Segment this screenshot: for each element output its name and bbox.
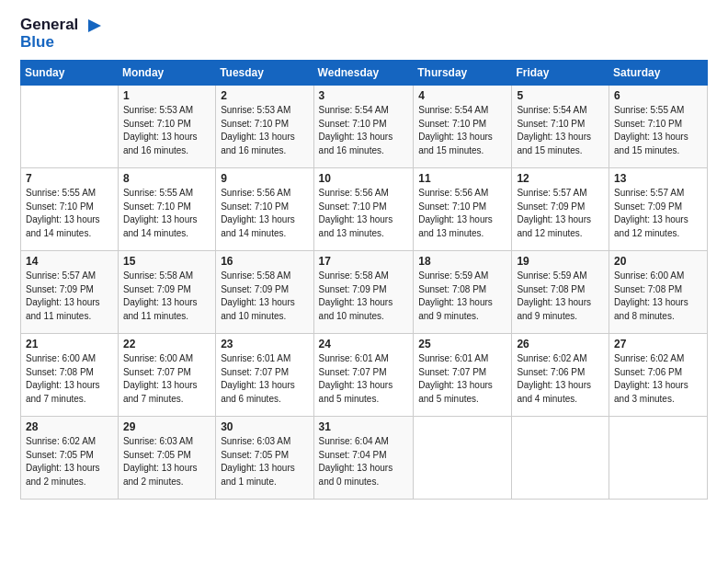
day-number: 26 — [517, 338, 604, 350]
day-number: 5 — [517, 89, 604, 102]
day-number: 28 — [26, 420, 113, 433]
day-info: Sunrise: 5:54 AMSunset: 7:10 PMDaylight:… — [418, 104, 506, 157]
day-number: 31 — [319, 420, 409, 433]
day-info: Sunrise: 5:58 AMSunset: 7:09 PMDaylight:… — [123, 270, 210, 323]
day-info: Sunrise: 5:59 AMSunset: 7:08 PMDaylight:… — [418, 270, 506, 323]
calendar-cell: 24Sunrise: 6:01 AMSunset: 7:07 PMDayligh… — [313, 334, 414, 417]
calendar-cell: 11Sunrise: 5:56 AMSunset: 7:10 PMDayligh… — [414, 168, 512, 251]
calendar-cell: 25Sunrise: 6:01 AMSunset: 7:07 PMDayligh… — [414, 334, 512, 417]
day-info: Sunrise: 6:01 AMSunset: 7:07 PMDaylight:… — [418, 352, 506, 406]
logo-text-block: General Blue — [20, 17, 101, 51]
logo: General Blue — [20, 17, 101, 51]
calendar-cell: 13Sunrise: 5:57 AMSunset: 7:09 PMDayligh… — [609, 168, 708, 251]
day-number: 29 — [123, 420, 210, 433]
calendar-cell — [512, 417, 609, 500]
day-info: Sunrise: 5:53 AMSunset: 7:10 PMDaylight:… — [123, 104, 210, 157]
day-info: Sunrise: 5:54 AMSunset: 7:10 PMDaylight:… — [517, 104, 604, 157]
week-row-4: 28Sunrise: 6:02 AMSunset: 7:05 PMDayligh… — [21, 417, 708, 500]
day-number: 13 — [614, 172, 702, 185]
day-info: Sunrise: 5:57 AMSunset: 7:09 PMDaylight:… — [517, 187, 604, 240]
day-info: Sunrise: 5:56 AMSunset: 7:10 PMDaylight:… — [319, 187, 409, 240]
calendar-cell: 16Sunrise: 5:58 AMSunset: 7:09 PMDayligh… — [216, 251, 313, 334]
day-number: 22 — [123, 338, 210, 350]
day-info: Sunrise: 5:55 AMSunset: 7:10 PMDaylight:… — [26, 187, 113, 240]
calendar-cell: 10Sunrise: 5:56 AMSunset: 7:10 PMDayligh… — [313, 168, 414, 251]
calendar-cell: 1Sunrise: 5:53 AMSunset: 7:10 PMDaylight… — [118, 86, 215, 168]
calendar-cell: 29Sunrise: 6:03 AMSunset: 7:05 PMDayligh… — [118, 417, 215, 500]
day-info: Sunrise: 5:53 AMSunset: 7:10 PMDaylight:… — [221, 104, 308, 157]
weekday-header-row: SundayMondayTuesdayWednesdayThursdayFrid… — [21, 61, 708, 86]
calendar-cell: 19Sunrise: 5:59 AMSunset: 7:08 PMDayligh… — [512, 251, 609, 334]
day-number: 24 — [319, 338, 409, 350]
day-number: 25 — [418, 338, 506, 350]
page: General Blue SundayMondayTuesdayWednesda… — [0, 0, 728, 563]
day-info: Sunrise: 6:01 AMSunset: 7:07 PMDaylight:… — [221, 352, 308, 406]
day-info: Sunrise: 5:58 AMSunset: 7:09 PMDaylight:… — [221, 270, 308, 323]
day-info: Sunrise: 5:59 AMSunset: 7:08 PMDaylight:… — [517, 270, 604, 323]
day-info: Sunrise: 5:58 AMSunset: 7:09 PMDaylight:… — [319, 270, 409, 323]
day-info: Sunrise: 5:56 AMSunset: 7:10 PMDaylight:… — [418, 187, 506, 240]
day-number: 21 — [26, 338, 113, 350]
weekday-header-sunday: Sunday — [21, 61, 119, 86]
calendar-cell: 26Sunrise: 6:02 AMSunset: 7:06 PMDayligh… — [512, 334, 609, 417]
day-number: 27 — [614, 338, 702, 350]
day-number: 2 — [221, 89, 308, 102]
day-number: 6 — [614, 89, 702, 102]
header: General Blue — [20, 17, 708, 51]
week-row-0: 1Sunrise: 5:53 AMSunset: 7:10 PMDaylight… — [21, 86, 708, 168]
calendar-cell: 9Sunrise: 5:56 AMSunset: 7:10 PMDaylight… — [216, 168, 313, 251]
day-info: Sunrise: 6:03 AMSunset: 7:05 PMDaylight:… — [123, 435, 210, 488]
calendar-cell: 14Sunrise: 5:57 AMSunset: 7:09 PMDayligh… — [21, 251, 119, 334]
weekday-header-saturday: Saturday — [609, 61, 708, 86]
day-number: 15 — [123, 255, 210, 268]
calendar-cell: 27Sunrise: 6:02 AMSunset: 7:06 PMDayligh… — [609, 334, 708, 417]
calendar-cell: 12Sunrise: 5:57 AMSunset: 7:09 PMDayligh… — [512, 168, 609, 251]
weekday-header-friday: Friday — [512, 61, 609, 86]
day-number: 30 — [221, 420, 308, 433]
weekday-header-tuesday: Tuesday — [216, 61, 313, 86]
calendar-cell: 28Sunrise: 6:02 AMSunset: 7:05 PMDayligh… — [21, 417, 119, 500]
logo-general: General — [20, 16, 78, 33]
weekday-header-wednesday: Wednesday — [313, 61, 414, 86]
day-number: 19 — [517, 255, 604, 268]
calendar-cell: 22Sunrise: 6:00 AMSunset: 7:07 PMDayligh… — [118, 334, 215, 417]
day-number: 11 — [418, 172, 506, 185]
day-number: 17 — [319, 255, 409, 268]
calendar-cell: 3Sunrise: 5:54 AMSunset: 7:10 PMDaylight… — [313, 86, 414, 168]
day-number: 14 — [26, 255, 113, 268]
logo-arrow-icon — [85, 17, 101, 34]
calendar-cell: 7Sunrise: 5:55 AMSunset: 7:10 PMDaylight… — [21, 168, 119, 251]
calendar-cell — [609, 417, 708, 500]
day-number: 23 — [221, 338, 308, 350]
day-number: 7 — [26, 172, 113, 185]
weekday-header-monday: Monday — [118, 61, 215, 86]
day-number: 12 — [517, 172, 604, 185]
calendar-cell — [21, 86, 119, 168]
day-info: Sunrise: 6:00 AMSunset: 7:07 PMDaylight:… — [123, 352, 210, 406]
svg-marker-0 — [88, 19, 101, 32]
day-info: Sunrise: 6:02 AMSunset: 7:05 PMDaylight:… — [26, 435, 113, 488]
week-row-1: 7Sunrise: 5:55 AMSunset: 7:10 PMDaylight… — [21, 168, 708, 251]
day-info: Sunrise: 6:02 AMSunset: 7:06 PMDaylight:… — [614, 352, 702, 406]
day-info: Sunrise: 6:01 AMSunset: 7:07 PMDaylight:… — [319, 352, 409, 406]
calendar-cell — [414, 417, 512, 500]
calendar-cell: 15Sunrise: 5:58 AMSunset: 7:09 PMDayligh… — [118, 251, 215, 334]
calendar-cell: 21Sunrise: 6:00 AMSunset: 7:08 PMDayligh… — [21, 334, 119, 417]
week-row-2: 14Sunrise: 5:57 AMSunset: 7:09 PMDayligh… — [21, 251, 708, 334]
calendar-cell: 30Sunrise: 6:03 AMSunset: 7:05 PMDayligh… — [216, 417, 313, 500]
day-info: Sunrise: 6:03 AMSunset: 7:05 PMDaylight:… — [221, 435, 308, 488]
day-info: Sunrise: 5:55 AMSunset: 7:10 PMDaylight:… — [123, 187, 210, 240]
day-number: 20 — [614, 255, 702, 268]
day-number: 3 — [319, 89, 409, 102]
day-info: Sunrise: 5:57 AMSunset: 7:09 PMDaylight:… — [614, 187, 702, 240]
logo-blue: Blue — [20, 33, 54, 51]
calendar-cell: 6Sunrise: 5:55 AMSunset: 7:10 PMDaylight… — [609, 86, 708, 168]
day-number: 9 — [221, 172, 308, 185]
day-info: Sunrise: 6:02 AMSunset: 7:06 PMDaylight:… — [517, 352, 604, 406]
day-info: Sunrise: 5:57 AMSunset: 7:09 PMDaylight:… — [26, 270, 113, 323]
day-info: Sunrise: 5:54 AMSunset: 7:10 PMDaylight:… — [319, 104, 409, 157]
calendar-cell: 8Sunrise: 5:55 AMSunset: 7:10 PMDaylight… — [118, 168, 215, 251]
day-number: 4 — [418, 89, 506, 102]
day-info: Sunrise: 5:56 AMSunset: 7:10 PMDaylight:… — [221, 187, 308, 240]
day-info: Sunrise: 6:00 AMSunset: 7:08 PMDaylight:… — [614, 270, 702, 323]
